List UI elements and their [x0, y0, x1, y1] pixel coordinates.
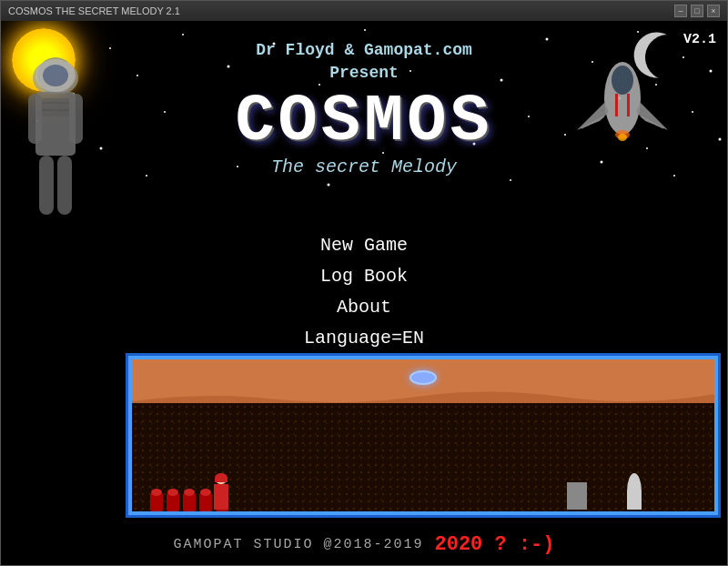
svg-point-34: [328, 184, 330, 187]
restore-button[interactable]: □: [691, 5, 703, 17]
menu-item-log-book[interactable]: Log Book: [1, 261, 727, 292]
minimize-button[interactable]: –: [674, 5, 687, 17]
enemy-4: [199, 493, 212, 511]
preview-hero: [214, 484, 228, 510]
game-subtitle: The secret Melody: [1, 157, 727, 177]
window-title: COSMOS THE SECRET MELODY 2.1: [8, 5, 180, 16]
preview-robot: [567, 482, 587, 510]
menu-item-language[interactable]: Language=EN: [1, 323, 727, 354]
title-bar: COSMOS THE SECRET MELODY 2.1 – □ ×: [1, 1, 727, 21]
preview-sky-terrain: [132, 359, 714, 403]
footer-section: GAMOPAT STUDIO @2018-2019 2020 ? :-): [1, 533, 727, 556]
studio-label: GAMOPAT STUDIO @2018-2019: [173, 537, 423, 552]
svg-point-3: [364, 29, 366, 31]
main-menu: New Game Log Book About Language=EN: [1, 230, 727, 354]
svg-point-36: [510, 179, 511, 181]
title-section: Dr Floyd & Gamopat.com Present COSMOS Th…: [1, 39, 727, 177]
presenter-text: Dr Floyd & Gamopat.com Present: [1, 39, 727, 85]
menu-item-about[interactable]: About: [1, 292, 727, 323]
game-title: COSMOS: [1, 89, 727, 155]
game-preview-box: [128, 356, 718, 515]
preview-rocket: [627, 473, 642, 510]
year-extra-label: 2020 ? :-): [435, 533, 555, 556]
menu-item-new-game[interactable]: New Game: [1, 230, 727, 261]
window-controls: – □ ×: [674, 5, 720, 17]
svg-point-1: [182, 34, 184, 35]
game-area: V2.1: [1, 21, 727, 565]
enemy-1: [150, 493, 163, 511]
close-button[interactable]: ×: [707, 5, 720, 17]
enemy-3: [183, 493, 196, 511]
enemy-2: [167, 493, 179, 511]
preview-ground: [132, 403, 714, 515]
svg-point-6: [637, 31, 639, 33]
window-frame: COSMOS THE SECRET MELODY 2.1 – □ ×: [0, 0, 728, 566]
preview-sky: [132, 359, 714, 403]
